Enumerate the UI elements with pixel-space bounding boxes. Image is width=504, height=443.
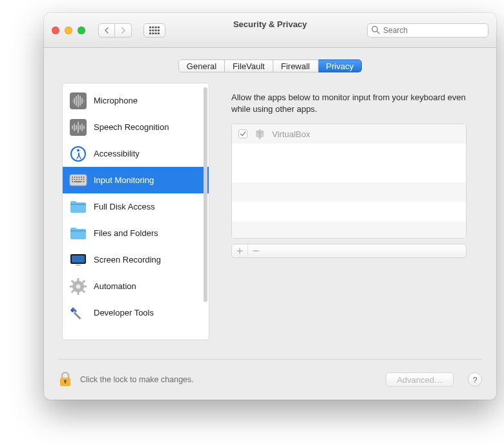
sidebar-item-files-and-folders[interactable]: Files and Folders (63, 220, 209, 246)
keyboard-icon (69, 171, 87, 189)
nav-group (98, 23, 132, 38)
search-icon (371, 25, 380, 34)
svg-rect-3 (158, 27, 160, 28)
forward-button[interactable] (115, 23, 132, 38)
list-row-empty (232, 144, 466, 163)
sidebar-item-accessibility[interactable]: Accessibility (63, 140, 209, 167)
grid-icon (149, 27, 160, 34)
svg-rect-47 (74, 181, 82, 182)
svg-line-13 (377, 31, 379, 34)
sidebar-item-label: Microphone (94, 96, 138, 105)
svg-rect-50 (70, 230, 86, 232)
preferences-window: Security & Privacy General FileVault Fir… (44, 13, 496, 400)
svg-rect-53 (76, 265, 81, 266)
lock-icon[interactable] (58, 371, 72, 388)
tab-privacy[interactable]: Privacy (319, 59, 362, 72)
minus-icon (253, 248, 259, 254)
sidebar-item-speech-recognition[interactable]: Speech Recognition (63, 114, 209, 140)
sidebar-item-label: Accessibility (94, 149, 140, 158)
svg-rect-5 (152, 29, 154, 31)
svg-rect-57 (78, 292, 79, 295)
svg-rect-8 (149, 32, 151, 34)
sidebar-item-label: Files and Folders (94, 228, 158, 238)
svg-rect-10 (155, 32, 157, 34)
svg-rect-37 (79, 177, 80, 178)
svg-rect-0 (149, 27, 151, 28)
display-icon (69, 251, 87, 269)
sidebar-item-full-disk-access[interactable]: Full Disk Access (63, 193, 209, 220)
tab-firewall[interactable]: Firewall (273, 59, 319, 72)
tab-general[interactable]: General (178, 59, 225, 72)
svg-rect-45 (83, 178, 85, 180)
accessibility-icon (69, 145, 87, 163)
svg-rect-58 (70, 285, 73, 287)
sidebar-item-developer-tools[interactable]: Developer Tools (63, 299, 209, 326)
hammer-icon (69, 304, 87, 322)
tabs: General FileVault Firewall Privacy (178, 59, 362, 72)
svg-point-55 (76, 284, 81, 288)
category-list: Microphone Speech Recognition (63, 87, 209, 326)
folder-icon (69, 224, 87, 243)
add-button[interactable] (232, 244, 247, 257)
help-button[interactable]: ? (468, 373, 482, 387)
chevron-left-icon (104, 27, 109, 34)
sidebar-item-input-monitoring[interactable]: Input Monitoring (63, 167, 209, 193)
svg-rect-11 (158, 32, 160, 34)
svg-rect-35 (74, 177, 76, 178)
svg-rect-48 (83, 181, 85, 182)
svg-rect-40 (72, 178, 73, 180)
scrollbar[interactable] (204, 87, 207, 302)
close-button[interactable] (52, 27, 59, 34)
sidebar-item-label: Full Disk Access (94, 202, 155, 211)
panel-description: Allow the apps below to monitor input fr… (231, 92, 467, 114)
list-row-empty (232, 163, 466, 182)
remove-button[interactable] (247, 244, 263, 257)
app-name: VirtualBox (272, 129, 310, 139)
svg-rect-49 (70, 204, 86, 205)
search-wrap (367, 23, 488, 38)
chevron-right-icon (121, 27, 126, 34)
add-remove-control (231, 244, 467, 258)
list-row-empty (232, 202, 466, 221)
svg-point-32 (77, 149, 79, 151)
svg-rect-36 (76, 177, 78, 178)
app-list: VirtualBox (231, 124, 467, 239)
show-all-button[interactable] (143, 23, 165, 38)
detail-panel: Allow the apps below to monitor input fr… (220, 83, 478, 340)
svg-rect-52 (72, 255, 85, 263)
list-row-empty (232, 182, 466, 202)
cube-icon (254, 128, 266, 140)
lock-text: Click the lock to make changes. (80, 375, 194, 384)
gear-icon (69, 277, 87, 296)
app-row[interactable]: VirtualBox (232, 124, 466, 144)
sidebar-item-screen-recording[interactable]: Screen Recording (63, 246, 209, 273)
plus-icon (236, 248, 243, 254)
list-row-empty (232, 221, 466, 239)
svg-rect-38 (81, 177, 82, 178)
svg-rect-41 (74, 178, 76, 180)
svg-rect-56 (78, 278, 79, 281)
back-button[interactable] (98, 23, 115, 38)
svg-rect-42 (76, 178, 78, 180)
sidebar-item-automation[interactable]: Automation (63, 273, 209, 299)
svg-rect-39 (83, 177, 85, 178)
content-body: Microphone Speech Recognition (44, 78, 496, 340)
microphone-icon (69, 92, 87, 110)
svg-rect-43 (79, 178, 80, 180)
sidebar-item-microphone[interactable]: Microphone (63, 87, 209, 114)
search-input[interactable] (367, 23, 488, 38)
svg-rect-7 (158, 29, 160, 31)
window-controls (52, 27, 85, 34)
svg-rect-4 (149, 29, 151, 31)
footer: Click the lock to make changes. Advanced… (44, 360, 496, 400)
advanced-button[interactable]: Advanced… (386, 373, 454, 387)
app-checkbox[interactable] (238, 129, 247, 138)
tab-filevault[interactable]: FileVault (225, 59, 273, 72)
waveform-icon (69, 118, 87, 136)
category-panel: Microphone Speech Recognition (62, 83, 209, 340)
sidebar-item-label: Screen Recording (94, 255, 161, 265)
svg-rect-2 (155, 27, 157, 28)
svg-rect-64 (73, 311, 81, 319)
minimize-button[interactable] (65, 27, 72, 34)
zoom-button[interactable] (78, 27, 85, 34)
